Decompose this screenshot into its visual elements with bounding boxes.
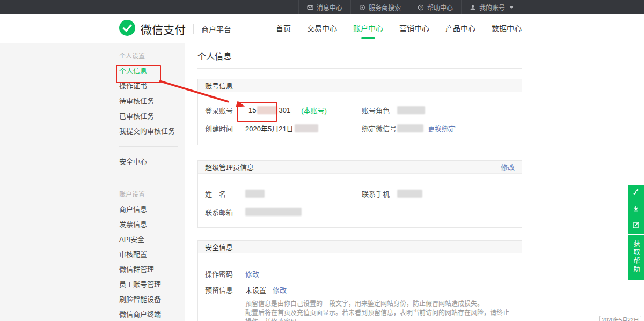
wechat-pay-logo-icon bbox=[119, 20, 135, 38]
nav-item-home[interactable]: 首页 bbox=[268, 14, 299, 43]
nav-item-transaction-center[interactable]: 交易中心 bbox=[299, 14, 345, 43]
bound-wechat-label: 绑定微信号 bbox=[362, 123, 397, 133]
operation-password-label: 操作密码 bbox=[205, 268, 245, 279]
nav-item-product-center[interactable]: 产品中心 bbox=[437, 14, 484, 43]
contact-email-label: 联系邮箱 bbox=[205, 207, 245, 217]
redacted-admin-name bbox=[245, 190, 265, 198]
sidebar-item-wechat-merchant-terminal[interactable]: 微信商户终端 bbox=[119, 307, 185, 321]
link-button[interactable] bbox=[628, 185, 644, 201]
floating-help-menu: 获取帮助 bbox=[628, 185, 644, 280]
get-help-button[interactable]: 获取帮助 bbox=[628, 235, 644, 280]
sidebar-item-face-smart-device[interactable]: 刷脸智能设备 bbox=[119, 292, 185, 307]
target-icon bbox=[359, 4, 365, 11]
topbar: 消息中心 服务商搜索 ? 帮助中心 我的账号 bbox=[0, 0, 644, 14]
redacted-contact-email bbox=[245, 208, 302, 216]
brand: 微信支付 商户平台 bbox=[119, 20, 231, 38]
sidebar: 个人设置 个人信息 操作证书 待审核任务 已审核任务 我提交的审核任务 安全中心… bbox=[0, 43, 185, 321]
section-title: 超级管理员信息 bbox=[205, 162, 254, 172]
brand-subtitle: 商户平台 bbox=[201, 24, 231, 34]
redacted-created-time bbox=[295, 124, 318, 132]
contact-phone-field: 联系手机 bbox=[362, 189, 422, 199]
feedback-button[interactable] bbox=[628, 218, 644, 234]
reserved-info-note: 配置后将在首页及充值页面显示。若未看到预留信息，表明当前访问的网站存在风险，请终… bbox=[245, 309, 515, 321]
reserved-info-note: 预留信息是由你自己设置的一段文字，用来鉴定网站身份，防止假冒网站造成损失。 bbox=[245, 300, 515, 309]
login-account-value: 15 301 bbox=[245, 106, 294, 114]
nav-item-marketing-center[interactable]: 营销中心 bbox=[391, 14, 437, 43]
reserved-info-value: 未设置 bbox=[245, 285, 266, 295]
edit-icon bbox=[632, 221, 640, 232]
topbar-item-provider-search[interactable]: 服务商搜索 bbox=[350, 0, 409, 14]
sidebar-item-personal-info[interactable]: 个人信息 bbox=[119, 64, 185, 79]
reserved-info-field: 预留信息 未设置 修改 bbox=[205, 282, 515, 296]
super-admin-section-header: 超级管理员信息 修改 bbox=[198, 161, 522, 174]
edit-admin-link[interactable]: 修改 bbox=[501, 162, 515, 172]
sidebar-item-api-security[interactable]: API安全 bbox=[119, 232, 185, 247]
sidebar-group-personal-settings: 个人设置 bbox=[119, 49, 185, 64]
sidebar-divider bbox=[119, 177, 178, 177]
created-time-field: 创建时间 2020年5月21日 bbox=[205, 123, 362, 133]
brand-divider bbox=[193, 24, 194, 34]
edit-password-link[interactable]: 修改 bbox=[245, 268, 259, 279]
user-icon bbox=[470, 4, 476, 11]
super-admin-section: 超级管理员信息 修改 姓 名 联系手机 联系邮箱 bbox=[197, 160, 522, 228]
security-info-section: 安全信息 操作密码 修改 预留信息 未设置 修改 预留信息是由你自己设置的一段文… bbox=[197, 240, 522, 321]
account-role-label: 账号角色 bbox=[362, 105, 397, 115]
topbar-item-my-account[interactable]: 我的账号 bbox=[461, 0, 522, 14]
edit-reserved-info-link[interactable]: 修改 bbox=[273, 285, 287, 295]
created-time-label: 创建时间 bbox=[205, 123, 245, 133]
admin-name-label: 姓 名 bbox=[205, 189, 245, 199]
title-divider bbox=[197, 68, 522, 69]
sidebar-item-pending-review-tasks[interactable]: 待审核任务 bbox=[119, 94, 185, 109]
sidebar-divider bbox=[119, 146, 178, 147]
sidebar-item-review-config[interactable]: 审核配置 bbox=[119, 247, 185, 262]
nav-item-data-center[interactable]: 数据中心 bbox=[484, 14, 530, 43]
topbar-item-help-center[interactable]: ? 帮助中心 bbox=[409, 0, 461, 14]
brand-name: 微信支付 bbox=[141, 21, 186, 37]
date-tooltip: 2020年5月22日 bbox=[599, 316, 641, 321]
sidebar-item-security-center[interactable]: 安全中心 bbox=[119, 154, 185, 169]
topbar-item-label: 帮助中心 bbox=[427, 3, 453, 12]
topbar-item-label: 我的账号 bbox=[479, 3, 505, 12]
sidebar-item-my-submitted-tasks[interactable]: 我提交的审核任务 bbox=[119, 124, 185, 139]
change-binding-link[interactable]: 更换绑定 bbox=[428, 123, 456, 133]
current-account-tag: (本账号) bbox=[301, 105, 327, 115]
login-account-label: 登录账号 bbox=[205, 105, 245, 115]
main-content: 个人信息 账号信息 登录账号 15 301 bbox=[197, 43, 522, 321]
topbar-item-label: 服务商搜索 bbox=[369, 3, 401, 12]
account-info-section-header: 账号信息 bbox=[198, 79, 522, 92]
nav-item-account-center[interactable]: 账户中心 bbox=[345, 14, 391, 43]
security-info-section-header: 安全信息 bbox=[198, 241, 522, 253]
sidebar-item-invoice-info[interactable]: 发票信息 bbox=[119, 217, 185, 232]
download-button[interactable] bbox=[628, 201, 644, 218]
sidebar-item-reviewed-tasks[interactable]: 已审核任务 bbox=[119, 109, 185, 124]
svg-text:?: ? bbox=[420, 5, 422, 9]
contact-phone-label: 联系手机 bbox=[362, 189, 397, 199]
reserved-info-label: 预留信息 bbox=[205, 285, 245, 295]
sidebar-item-staff-account-management[interactable]: 员工账号管理 bbox=[119, 277, 185, 292]
operation-password-field: 操作密码 修改 bbox=[205, 266, 515, 280]
topbar-item-label: 消息中心 bbox=[317, 3, 342, 12]
download-icon bbox=[632, 204, 640, 215]
topbar-item-message-center[interactable]: 消息中心 bbox=[298, 0, 350, 14]
login-account-field: 登录账号 15 301 (本账号) bbox=[205, 105, 362, 115]
bound-wechat-field: 绑定微信号 更换绑定 bbox=[362, 123, 456, 133]
sidebar-item-merchant-info[interactable]: 商户信息 bbox=[119, 202, 185, 217]
redacted-contact-phone bbox=[397, 190, 422, 198]
page-title: 个人信息 bbox=[197, 51, 522, 63]
created-time-value: 2020年5月21日 bbox=[245, 123, 294, 133]
redacted-account-role bbox=[397, 106, 425, 114]
link-icon bbox=[632, 188, 640, 198]
header: 微信支付 商户平台 首页 交易中心 账户中心 营销中心 产品中心 数据中心 bbox=[0, 14, 644, 43]
reserved-info-description: 预留信息是由你自己设置的一段文字，用来鉴定网站身份，防止假冒网站造成损失。 配置… bbox=[245, 300, 515, 321]
sidebar-item-wechat-group-management[interactable]: 微信群管理 bbox=[119, 262, 185, 277]
question-icon: ? bbox=[418, 4, 424, 11]
admin-name-field: 姓 名 bbox=[205, 189, 362, 199]
login-account-prefix: 15 bbox=[248, 106, 256, 114]
redacted-login-middle bbox=[257, 106, 277, 114]
login-account-suffix: 301 bbox=[279, 106, 290, 114]
chevron-down-icon bbox=[509, 6, 514, 9]
account-info-section: 账号信息 登录账号 15 301 (本账号) bbox=[197, 79, 522, 145]
sidebar-item-operation-certificate[interactable]: 操作证书 bbox=[119, 79, 185, 94]
contact-email-field: 联系邮箱 bbox=[205, 207, 362, 217]
main-nav: 首页 交易中心 账户中心 营销中心 产品中心 数据中心 bbox=[268, 14, 530, 43]
